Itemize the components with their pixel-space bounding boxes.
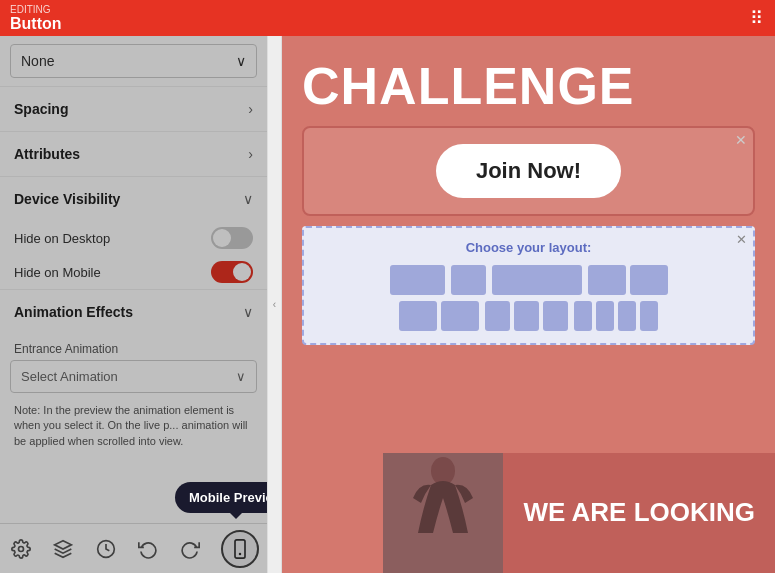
layout-block-1-4[interactable] xyxy=(588,265,626,295)
select-animation-value: Select Animation xyxy=(21,369,118,384)
layout-block-2-5[interactable] xyxy=(543,301,568,331)
mobile-preview-tooltip: Mobile Preview xyxy=(175,482,268,513)
animation-effects-label: Animation Effects xyxy=(14,304,133,320)
panel-collapse-handle[interactable]: ‹ xyxy=(268,36,282,573)
svg-point-0 xyxy=(19,546,24,551)
animation-effects-section[interactable]: Animation Effects ∨ xyxy=(0,289,267,334)
spacing-arrow: › xyxy=(248,101,253,117)
layout-block-2-6[interactable] xyxy=(574,301,592,331)
select-animation-dropdown[interactable]: Select Animation ∨ xyxy=(10,360,257,393)
attributes-section[interactable]: Attributes › xyxy=(0,131,267,176)
entrance-animation-label: Entrance Animation xyxy=(0,334,267,360)
none-dropdown-value: None xyxy=(21,53,54,69)
svg-rect-3 xyxy=(235,539,245,557)
history-icon[interactable] xyxy=(94,537,118,561)
bottom-toolbar xyxy=(0,523,268,573)
layout-block-2-3[interactable] xyxy=(485,301,510,331)
top-bar: EDITING Button ⠿ xyxy=(0,0,775,36)
settings-icon[interactable] xyxy=(9,537,33,561)
layout-grid xyxy=(316,265,741,331)
layout-block-2-7[interactable] xyxy=(596,301,614,331)
left-panel: None ∨ Spacing › Attributes › Device Vis… xyxy=(0,36,268,573)
device-visibility-label: Device Visibility xyxy=(14,191,120,207)
layout-row-1 xyxy=(390,265,668,295)
layout-block-1-5[interactable] xyxy=(630,265,668,295)
hide-desktop-row: Hide on Desktop xyxy=(0,221,267,255)
layout-block-2-4[interactable] xyxy=(514,301,539,331)
layout-block-1-1[interactable] xyxy=(390,265,445,295)
hide-desktop-knob xyxy=(213,229,231,247)
device-visibility-section[interactable]: Device Visibility ∨ xyxy=(0,176,267,221)
join-now-area: Join Now! ✕ xyxy=(302,126,755,216)
animation-note: Note: In the preview the animation eleme… xyxy=(0,399,267,453)
layout-block-2-9[interactable] xyxy=(640,301,658,331)
attributes-label: Attributes xyxy=(14,146,80,162)
select-animation-arrow: ∨ xyxy=(236,369,246,384)
refresh-icon[interactable] xyxy=(178,537,202,561)
challenge-heading: CHALLENGE xyxy=(282,36,775,126)
hide-mobile-row: Hide on Mobile xyxy=(0,255,267,289)
none-dropdown-arrow: ∨ xyxy=(236,53,246,69)
attributes-arrow: › xyxy=(248,146,253,162)
join-now-button[interactable]: Join Now! xyxy=(436,144,621,198)
spacing-label: Spacing xyxy=(14,101,68,117)
hide-desktop-toggle[interactable] xyxy=(211,227,253,249)
athlete-image xyxy=(383,453,503,573)
we-are-looking-text: WE ARE LOOKING xyxy=(503,453,775,573)
svg-point-5 xyxy=(431,457,455,485)
layout-block-1-2[interactable] xyxy=(451,265,486,295)
layout-chooser-close-button[interactable]: ✕ xyxy=(736,232,747,247)
layout-block-group-3 xyxy=(485,301,568,331)
animation-effects-arrow: ∨ xyxy=(243,304,253,320)
join-area-close-button[interactable]: ✕ xyxy=(735,132,747,148)
layout-block-group-2 xyxy=(399,301,479,331)
layout-block-2-1[interactable] xyxy=(399,301,437,331)
top-bar-title: Button xyxy=(10,15,62,33)
layout-block-group-4 xyxy=(574,301,658,331)
hide-mobile-toggle[interactable] xyxy=(211,261,253,283)
top-bar-left: EDITING Button xyxy=(10,4,62,33)
layers-icon[interactable] xyxy=(51,537,75,561)
hide-mobile-label: Hide on Mobile xyxy=(14,265,101,280)
dots-menu-icon[interactable]: ⠿ xyxy=(750,7,765,29)
layout-row-2 xyxy=(399,301,658,331)
spacing-section[interactable]: Spacing › xyxy=(0,86,267,131)
layout-chooser: ✕ Choose your layout: xyxy=(302,226,755,345)
layout-block-group-1 xyxy=(588,265,668,295)
main-layout: None ∨ Spacing › Attributes › Device Vis… xyxy=(0,36,775,573)
hide-desktop-label: Hide on Desktop xyxy=(14,231,110,246)
hide-mobile-knob xyxy=(233,263,251,281)
right-content: CHALLENGE Join Now! ✕ ✕ Choose your layo… xyxy=(282,36,775,573)
device-visibility-arrow: ∨ xyxy=(243,191,253,207)
none-dropdown[interactable]: None ∨ xyxy=(10,44,257,78)
undo-icon[interactable] xyxy=(136,537,160,561)
editing-label: EDITING xyxy=(10,4,62,15)
mobile-preview-icon[interactable] xyxy=(221,530,259,568)
layout-block-1-3[interactable] xyxy=(492,265,582,295)
layout-block-2-2[interactable] xyxy=(441,301,479,331)
layout-chooser-title: Choose your layout: xyxy=(316,240,741,255)
layout-block-2-8[interactable] xyxy=(618,301,636,331)
bottom-right-area: WE ARE LOOKING xyxy=(383,453,775,573)
svg-marker-1 xyxy=(55,540,72,548)
